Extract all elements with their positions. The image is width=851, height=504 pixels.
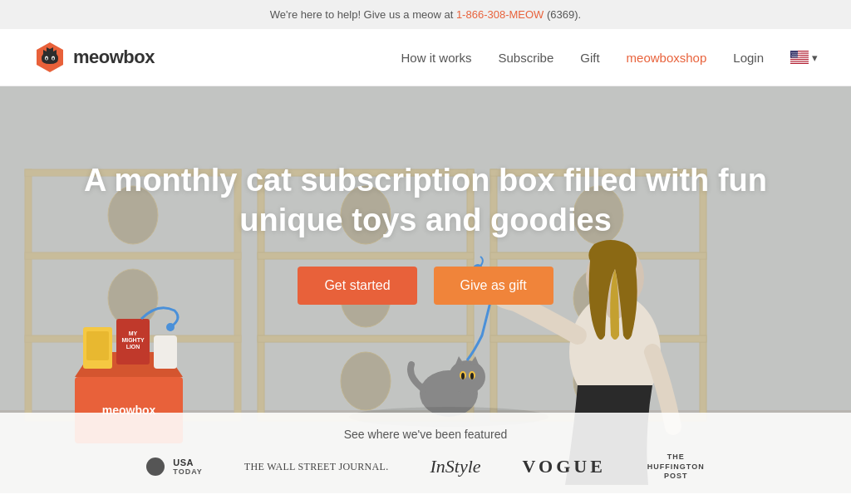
logo-icon xyxy=(33,41,66,74)
top-banner: We're here to help! Give us a meow at 1-… xyxy=(0,0,851,29)
vogue-label: VOGUE xyxy=(523,456,606,477)
nav-how-it-works[interactable]: How it works xyxy=(401,51,472,65)
svg-text:LION: LION xyxy=(126,344,140,350)
instyle-label: InStyle xyxy=(430,456,480,477)
instyle-logo: InStyle xyxy=(430,456,480,477)
wsj-label: THE WALL STREET JOURNAL. xyxy=(244,461,389,473)
usa-today-sublabel: TODAY xyxy=(173,468,203,477)
hero-section: meowbox MY MIGHTY LION xyxy=(0,86,851,493)
header: meowbox How it works Subscribe Gift meow… xyxy=(0,29,851,86)
svg-rect-10 xyxy=(790,60,809,61)
us-flag-icon: ★★★★★★ ★★★★★ ★★★★★★ ★★★★★ xyxy=(790,51,809,64)
vogue-logo: VOGUE xyxy=(523,456,606,477)
nav-login[interactable]: Login xyxy=(733,51,764,65)
hero-cta-group: Get started Give as gift xyxy=(84,267,767,305)
svg-rect-9 xyxy=(790,58,809,59)
banner-text: We're here to help! Give us a meow at xyxy=(270,8,456,21)
svg-text:MIGHTY: MIGHTY xyxy=(121,337,145,343)
usa-today-label: USA xyxy=(173,458,203,467)
give-as-gift-button[interactable]: Give as gift xyxy=(434,267,553,305)
svg-point-36 xyxy=(341,352,391,410)
svg-point-65 xyxy=(461,373,465,379)
svg-rect-33 xyxy=(258,335,474,342)
usa-today-logo: USA TODAY xyxy=(146,458,203,476)
nav-gift[interactable]: Gift xyxy=(580,51,599,65)
svg-rect-11 xyxy=(790,62,809,63)
logo-text: meowbox xyxy=(73,46,155,68)
svg-point-55 xyxy=(166,323,175,331)
nav-shop[interactable]: meowboxshop xyxy=(627,51,707,65)
banner-phone[interactable]: 1-866-308-MEOW xyxy=(456,8,544,21)
huffpost-logo: THEHUFFINGTONPOST xyxy=(647,453,705,482)
svg-point-60 xyxy=(449,360,485,394)
main-nav: How it works Subscribe Gift meowboxshop … xyxy=(401,51,819,65)
language-selector[interactable]: ★★★★★★ ★★★★★ ★★★★★★ ★★★★★ ▾ xyxy=(790,51,818,64)
logo[interactable]: meowbox xyxy=(33,41,155,74)
lang-label: ▾ xyxy=(812,51,818,64)
nav-subscribe[interactable]: Subscribe xyxy=(499,51,554,65)
svg-rect-49 xyxy=(86,331,109,360)
featured-logos: USA TODAY THE WALL STREET JOURNAL. InSty… xyxy=(33,453,818,482)
get-started-button[interactable]: Get started xyxy=(298,267,416,305)
wsj-logo: THE WALL STREET JOURNAL. xyxy=(244,461,389,473)
featured-section: See where we've been featured USA TODAY … xyxy=(0,413,851,493)
svg-point-66 xyxy=(470,373,474,379)
featured-label: See where we've been featured xyxy=(344,428,507,441)
hero-title: A monthly cat subscription box filled wi… xyxy=(84,161,767,240)
svg-rect-54 xyxy=(154,335,177,369)
svg-text:MY: MY xyxy=(129,330,138,336)
banner-suffix: (6369). xyxy=(544,8,581,21)
hero-content: A monthly cat subscription box filled wi… xyxy=(17,161,834,305)
huffpost-label: THEHUFFINGTONPOST xyxy=(647,453,705,482)
usa-today-circle-icon xyxy=(146,458,165,476)
svg-point-3 xyxy=(46,57,47,60)
svg-point-4 xyxy=(52,57,54,60)
